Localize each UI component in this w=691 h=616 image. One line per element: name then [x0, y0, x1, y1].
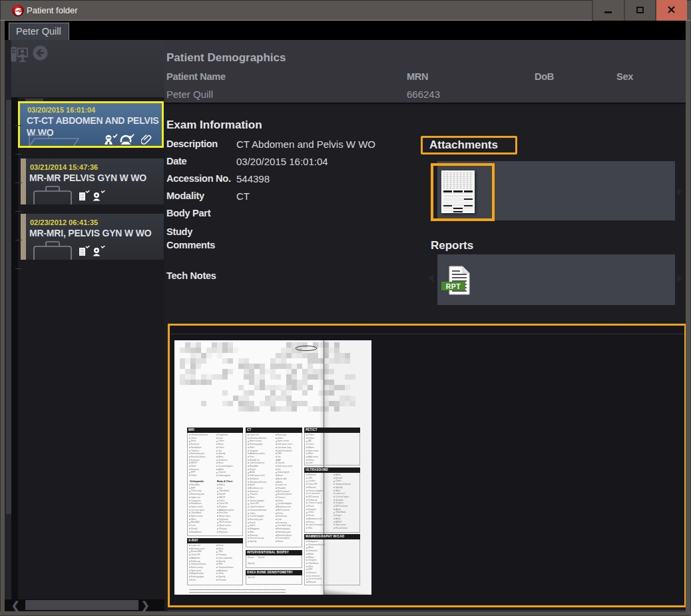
svg-text:RPT: RPT	[446, 282, 461, 290]
